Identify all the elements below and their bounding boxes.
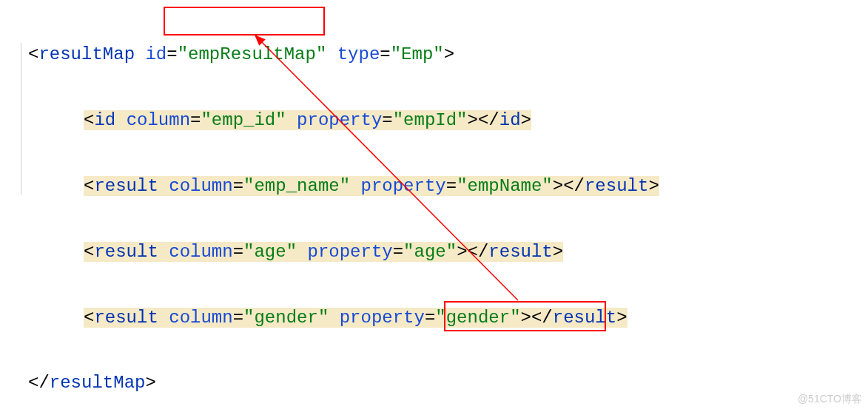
code-line-6: </resultMap>	[15, 367, 868, 399]
code-line-5: <result column="gender" property="gender…	[15, 302, 868, 334]
code-line-3: <result column="emp_name" property="empN…	[15, 170, 868, 203]
code-line-1: <resultMap id="empResultMap" type="Emp">	[15, 38, 868, 71]
code-line-2: <id column="emp_id" property="empId"></i…	[15, 104, 868, 137]
code-line-4: <result column="age" property="age"></re…	[15, 236, 868, 269]
watermark-text: @51CTO博客	[798, 390, 862, 409]
code-editor: <resultMap id="empResultMap" type="Emp">…	[0, 0, 868, 412]
